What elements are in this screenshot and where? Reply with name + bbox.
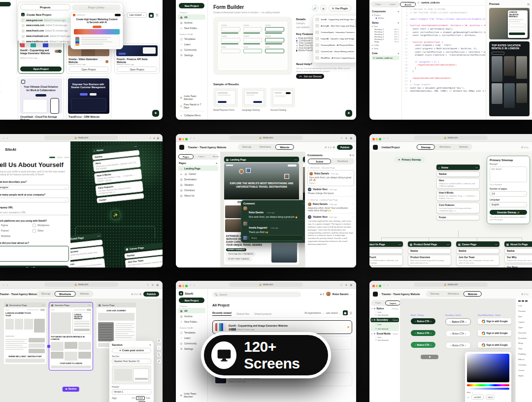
create-section-button[interactable]: ✦Create great section bbox=[112, 348, 151, 353]
play-icon[interactable]: ▷ bbox=[528, 2, 530, 5]
prop-label[interactable]: Wrap bbox=[518, 341, 532, 346]
prop-label[interactable]: Direction bbox=[518, 331, 532, 336]
align-right[interactable]: Right bbox=[145, 397, 151, 400]
sort-filter[interactable]: Last viewed⌄ bbox=[326, 312, 340, 314]
tab-website[interactable]: Website bbox=[76, 291, 93, 297]
header-select[interactable]: Version 1⌄ bbox=[112, 389, 151, 395]
pages-count-select[interactable]: 2-8⌄ bbox=[490, 191, 527, 197]
browser-actions[interactable]: ⇪ ⊕ ▣ bbox=[149, 136, 160, 139]
search-input[interactable]: 🔍Search bbox=[212, 292, 301, 297]
invite-team-member[interactable]: ⊕Invite Team Member bbox=[178, 391, 205, 399]
clipped-new-project-button[interactable] bbox=[0, 2, 11, 6]
tab-website[interactable]: Website bbox=[464, 291, 482, 297]
tab-active[interactable]: Active bbox=[308, 159, 331, 164]
tab-recently-viewed[interactable]: Recently viewed bbox=[212, 311, 232, 316]
list-view-icon[interactable]: ☰ bbox=[156, 13, 158, 17]
prop-label[interactable]: Overflow bbox=[518, 363, 532, 368]
sitemap-node-about[interactable]: ▤About Us Page Navbar Our WhyExplain the… bbox=[504, 241, 532, 268]
tree-project[interactable]: ▾Project bbox=[372, 14, 399, 16]
opacity-value[interactable]: 100% bbox=[486, 395, 495, 400]
add-section-button[interactable]: ⊞Section bbox=[63, 387, 79, 392]
nav-arrows[interactable]: ‹ › bbox=[3, 136, 9, 139]
invite-team-member[interactable]: ⊕Invite Team Member bbox=[178, 93, 205, 101]
popup-controls[interactable]: ─ ⊡ ✕ bbox=[302, 202, 305, 205]
frame-vacation-selected[interactable]: ▤Vacation Page⋯ LONDON VACATION RENTALS … bbox=[49, 302, 93, 370]
join-discord-button[interactable]: 🎮Join our Discord bbox=[296, 74, 324, 79]
prop-label[interactable]: Type bbox=[518, 325, 532, 331]
dropdown-item[interactable]: GenAI - Copywriting and Image Gen... bbox=[314, 16, 356, 23]
prompt-textarea[interactable]: Ask SiteAI bbox=[490, 167, 527, 182]
tab-wireframe[interactable]: Wireframe bbox=[55, 291, 75, 297]
tab-shared-projects[interactable]: Shared projects bbox=[254, 312, 271, 315]
sitemap-chip[interactable]: ✦Primary Sitemap bbox=[394, 157, 425, 163]
reply-input[interactable]: Reply bbox=[249, 235, 303, 241]
more-icon[interactable]: ⋯ bbox=[97, 234, 100, 237]
comment-card[interactable]: VNVladimir Noor5 min ago⋯ Please change … bbox=[307, 186, 354, 197]
alpha-slider[interactable] bbox=[467, 388, 509, 390]
sample-card[interactable]: Language Setting bbox=[242, 88, 266, 111]
chevron-down-icon[interactable]: ⌄ bbox=[185, 146, 187, 148]
button-cta-hover[interactable]: ○Button CTA○ bbox=[411, 330, 435, 336]
prop-label[interactable]: Gap bbox=[518, 346, 532, 352]
comment-icon[interactable]: 💬 bbox=[156, 338, 162, 343]
sample-card[interactable]: Account Setting bbox=[270, 88, 295, 111]
tab-pages[interactable]: Pages bbox=[178, 154, 194, 159]
project-card[interactable]: Your Ultimate Cloud Solution for Work & … bbox=[18, 76, 64, 120]
chevron-down-icon[interactable]: ⌄ bbox=[123, 14, 125, 16]
button-cta-primary[interactable]: ○Button CTA○ bbox=[411, 318, 435, 324]
sitemap-node-product[interactable]: ▤Product Detail Page⋯ Navbar Product Ove… bbox=[70, 233, 106, 268]
traffic-lights[interactable] bbox=[179, 134, 189, 142]
breadcrumb-home[interactable]: Home bbox=[408, 1, 414, 4]
canvas[interactable]: ▤Landing Page⋯ EXPLORE THE WORLD'S MOST … bbox=[220, 152, 305, 268]
header-icons[interactable]: ⟲ ⇪ ▷ bbox=[521, 293, 529, 296]
checkbox-option[interactable]: Figma bbox=[0, 224, 33, 227]
tree-button[interactable]: ◉Button bbox=[375, 17, 399, 19]
prop-label[interactable]: Position bbox=[518, 309, 532, 314]
tree-grid[interactable]: ▸Grid bbox=[372, 47, 399, 50]
magic-wand-fab[interactable]: ✨ bbox=[110, 210, 121, 220]
more-icon[interactable]: ⋯ bbox=[89, 304, 91, 306]
tab-sitemap[interactable]: Sitemap bbox=[417, 144, 435, 150]
tab-sitemap[interactable]: Sitemap bbox=[426, 291, 443, 297]
chip[interactable]: WORRY-FREE PLANNING bbox=[226, 257, 252, 261]
sidebar-item-archive[interactable]: ▤Archive bbox=[178, 313, 205, 319]
tab-sitemap[interactable]: Sitemap bbox=[238, 144, 255, 150]
traffic-lights[interactable] bbox=[372, 134, 382, 142]
tab-sitemap[interactable]: Sitemap bbox=[37, 291, 54, 297]
header-icons[interactable]: ⟲ ⇪ ▷ ⚙ bbox=[325, 146, 335, 149]
sidebar-item-templates[interactable]: ◳Templates bbox=[178, 36, 205, 41]
hover-card-cta[interactable] bbox=[93, 26, 101, 28]
code-file[interactable]: ‹/›custom_code.tsx bbox=[371, 56, 399, 60]
more-icon[interactable]: ⋯ bbox=[134, 144, 137, 147]
layer-row[interactable]: ○Icon bbox=[375, 336, 398, 338]
more-icon[interactable]: ⋯ bbox=[475, 166, 478, 169]
new-project-button[interactable]: New Project bbox=[179, 298, 204, 303]
sitemap-node-home[interactable]: ⌂Home⋯ Navbar HeroShowcase a bold headli… bbox=[436, 165, 480, 220]
globe-icon[interactable]: ◍ bbox=[320, 5, 327, 11]
frame-destination[interactable]: ▤Destination Page⋯ LONDON GOURMET FOOD T… bbox=[4, 302, 46, 364]
more-icon[interactable]: ⋯ bbox=[295, 158, 297, 161]
plus-icon[interactable]: + bbox=[216, 162, 217, 165]
url-bar[interactable]: 🔒siteai.com bbox=[44, 135, 118, 140]
link-icon[interactable]: 🔗 bbox=[312, 5, 318, 11]
page-item[interactable]: ▤Destination bbox=[178, 176, 218, 182]
eyedropper-icon[interactable]: 💉 bbox=[467, 396, 469, 399]
publish-button[interactable]: Publish bbox=[337, 145, 353, 150]
tab-layers[interactable]: Layers bbox=[194, 154, 208, 159]
zoom-out-icon[interactable]: 🔎 bbox=[156, 359, 162, 364]
chip[interactable]: PERSONALIZED ITINERARIES bbox=[226, 252, 255, 256]
google-signin-button[interactable]: Sign in with Google bbox=[478, 318, 511, 324]
more-icon[interactable]: ⋯ bbox=[447, 243, 449, 246]
new-project-button[interactable]: New Project bbox=[179, 3, 204, 8]
hear-about-textarea[interactable] bbox=[0, 246, 69, 262]
hex-value[interactable]: 0029FF bbox=[471, 395, 483, 400]
button-cta-secondary[interactable]: ○Button CTA○ bbox=[445, 330, 471, 337]
tab-plugin-library[interactable]: Plugin Library bbox=[72, 4, 121, 10]
app-logo[interactable] bbox=[179, 145, 184, 150]
layer-row[interactable]: TGet Started bbox=[375, 339, 398, 341]
comment-popup[interactable]: Comment ─ ⊡ ✕ Robiz Daniels 5 min ago Ni… bbox=[241, 200, 305, 243]
page-item[interactable]: ⌂Landing Page bbox=[178, 166, 218, 171]
url-bar[interactable]: 🔒siteai.com bbox=[44, 282, 118, 287]
selection-handle[interactable] bbox=[47, 345, 50, 348]
dropdown-item[interactable]: CreativeSpark - Innovative Content a... bbox=[314, 29, 356, 35]
